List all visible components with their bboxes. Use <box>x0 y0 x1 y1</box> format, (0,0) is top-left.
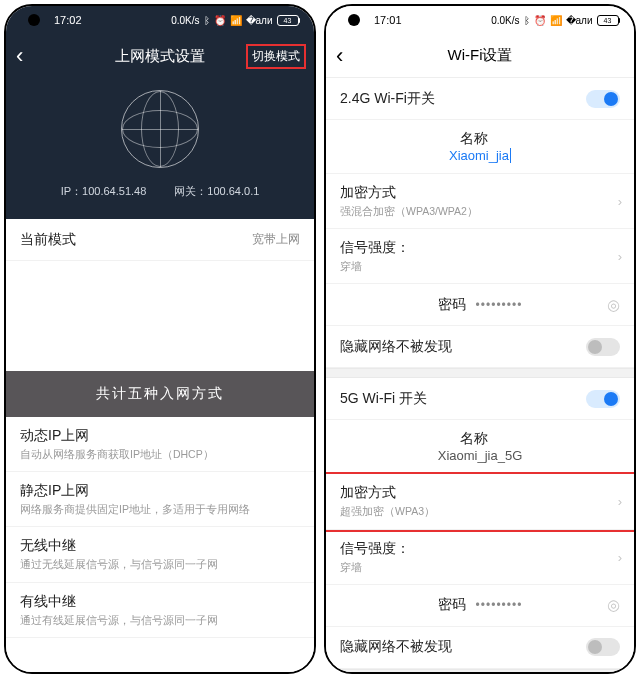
net-speed: 0.0K/s <box>491 15 519 26</box>
ip-label: IP：100.64.51.48 <box>61 184 147 199</box>
wifi-icon: �али <box>566 15 593 26</box>
status-right: 0.0K/s ᛒ ⏰ 📶 �али 43 <box>491 15 620 26</box>
status-bar: 17:02 0.0K/s ᛒ ⏰ 📶 �али 43 <box>6 6 314 34</box>
section-header: 共计五种入网方式 <box>6 371 314 417</box>
current-mode-value: 宽带上网 <box>252 231 300 248</box>
status-time: 17:01 <box>374 14 402 26</box>
current-mode-row[interactable]: 当前模式 宽带上网 <box>6 219 314 261</box>
globe-icon <box>121 90 199 168</box>
wifi-icon: �али <box>246 15 273 26</box>
signal-icon: 📶 <box>550 15 562 26</box>
net-speed: 0.0K/s <box>171 15 199 26</box>
chevron-right-icon: › <box>618 494 622 509</box>
header: ‹ 上网模式设置 切换模式 <box>6 34 314 78</box>
wifi-24-hide-row[interactable]: 隐藏网络不被发现 <box>326 326 634 368</box>
wifi-5-hide-row[interactable]: 隐藏网络不被发现 <box>326 627 634 669</box>
wifi-24-name-input[interactable]: Xiaomi_jia <box>449 148 511 163</box>
divider <box>326 368 634 378</box>
status-bar: 17:01 0.0K/s ᛒ ⏰ 📶 �али 43 <box>326 6 634 34</box>
bluetooth-icon: ᛒ <box>524 15 530 26</box>
wifi-5-switch-row[interactable]: 5G Wi-Fi 开关 <box>326 378 634 420</box>
battery-icon: 43 <box>277 15 301 26</box>
back-icon[interactable]: ‹ <box>16 45 23 67</box>
mode-dhcp[interactable]: 动态IP上网 自动从网络服务商获取IP地址（DHCP） <box>6 417 314 472</box>
switch-mode-button[interactable]: 切换模式 <box>248 46 304 67</box>
chevron-right-icon: › <box>618 249 622 264</box>
chevron-right-icon: › <box>618 549 622 564</box>
switch-on[interactable] <box>586 90 620 108</box>
wifi-24-pwd-row[interactable]: 密码 ••••••••• ◎ <box>326 284 634 326</box>
wifi-5-pwd-value: ••••••••• <box>476 598 523 612</box>
status-time: 17:02 <box>54 14 82 26</box>
wifi-24-enc-row[interactable]: 加密方式 强混合加密（WPA3/WPA2） › <box>326 174 634 229</box>
content: 当前模式 宽带上网 共计五种入网方式 动态IP上网 自动从网络服务商获取IP地址… <box>6 219 314 672</box>
current-mode-label: 当前模式 <box>20 231 76 249</box>
wifi-24-name-row[interactable]: 名称 Xiaomi_jia <box>326 120 634 174</box>
header: ‹ Wi-Fi设置 <box>326 34 634 78</box>
battery-icon: 43 <box>597 15 621 26</box>
eye-icon[interactable]: ◎ <box>607 596 620 614</box>
wifi-24-signal-row[interactable]: 信号强度： 穿墙 › <box>326 229 634 284</box>
camera-hole <box>28 14 40 26</box>
switch-off[interactable] <box>586 338 620 356</box>
network-summary: IP：100.64.51.48 网关：100.64.0.1 <box>6 78 314 219</box>
wifi-24-switch-row[interactable]: 2.4G Wi-Fi开关 <box>326 78 634 120</box>
eye-icon[interactable]: ◎ <box>607 296 620 314</box>
phone-left: 17:02 0.0K/s ᛒ ⏰ 📶 �али 43 ‹ 上网模式设置 切换模式… <box>4 4 316 674</box>
divider <box>326 669 634 672</box>
mode-static[interactable]: 静态IP上网 网络服务商提供固定IP地址，多适用于专用网络 <box>6 472 314 527</box>
wifi-5-signal-row[interactable]: 信号强度： 穿墙 › <box>326 530 634 585</box>
spacer <box>6 261 314 371</box>
alarm-icon: ⏰ <box>534 15 546 26</box>
gateway-label: 网关：100.64.0.1 <box>174 184 259 199</box>
page-title: Wi-Fi设置 <box>326 46 634 65</box>
mode-wireless-repeat[interactable]: 无线中继 通过无线延展信号源，与信号源同一子网 <box>6 527 314 582</box>
wifi-5-name-input[interactable]: Xiaomi_jia_5G <box>438 448 523 463</box>
content: 2.4G Wi-Fi开关 名称 Xiaomi_jia 加密方式 强混合加密（WP… <box>326 78 634 672</box>
wifi-5-enc-row[interactable]: 加密方式 超强加密（WPA3） › <box>326 474 634 529</box>
mode-wired-repeat[interactable]: 有线中继 通过有线延展信号源，与信号源同一子网 <box>6 583 314 638</box>
switch-on[interactable] <box>586 390 620 408</box>
chevron-right-icon: › <box>618 194 622 209</box>
switch-off[interactable] <box>586 638 620 656</box>
back-icon[interactable]: ‹ <box>336 45 343 67</box>
status-right: 0.0K/s ᛒ ⏰ 📶 �али 43 <box>171 15 300 26</box>
alarm-icon: ⏰ <box>214 15 226 26</box>
wifi-5-name-row[interactable]: 名称 Xiaomi_jia_5G <box>326 420 634 474</box>
bluetooth-icon: ᛒ <box>204 15 210 26</box>
camera-hole <box>348 14 360 26</box>
wifi-24-pwd-value: ••••••••• <box>476 298 523 312</box>
wifi-5-pwd-row[interactable]: 密码 ••••••••• ◎ <box>326 585 634 627</box>
signal-icon: 📶 <box>230 15 242 26</box>
phone-right: 17:01 0.0K/s ᛒ ⏰ 📶 �али 43 ‹ Wi-Fi设置 2.4… <box>324 4 636 674</box>
